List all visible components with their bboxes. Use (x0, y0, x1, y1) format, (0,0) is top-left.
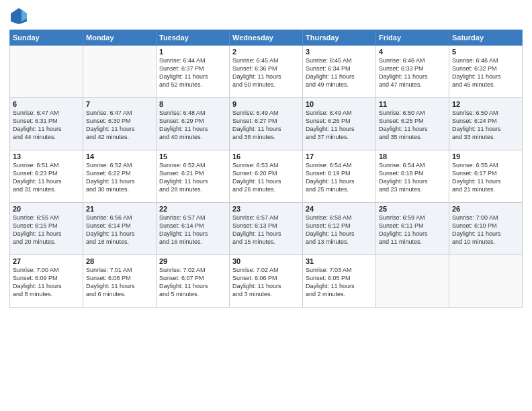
day-number: 25 (379, 205, 446, 213)
day-number: 14 (86, 152, 153, 161)
day-cell: 13Sunrise: 6:51 AMSunset: 6:23 PMDayligh… (10, 150, 83, 203)
day-cell: 6Sunrise: 6:47 AMSunset: 6:31 PMDaylight… (10, 98, 83, 150)
day-info: Sunrise: 6:49 AMSunset: 6:27 PMDaylight:… (232, 109, 300, 142)
day-info: Sunrise: 6:52 AMSunset: 6:22 PMDaylight:… (86, 161, 153, 194)
day-info: Sunrise: 7:02 AMSunset: 6:07 PMDaylight:… (159, 266, 226, 299)
header-cell-sunday: Sunday (10, 30, 83, 46)
day-number: 23 (232, 205, 300, 213)
day-info: Sunrise: 7:00 AMSunset: 6:09 PMDaylight:… (13, 266, 80, 299)
day-info: Sunrise: 6:53 AMSunset: 6:20 PMDaylight:… (232, 161, 300, 194)
day-number: 12 (452, 100, 519, 108)
day-number: 6 (13, 100, 80, 108)
calendar-table: SundayMondayTuesdayWednesdayThursdayFrid… (9, 30, 523, 308)
header-cell-wednesday: Wednesday (230, 30, 303, 46)
day-info: Sunrise: 6:49 AMSunset: 6:26 PMDaylight:… (306, 109, 373, 142)
day-info: Sunrise: 6:45 AMSunset: 6:36 PMDaylight:… (232, 56, 300, 89)
day-cell (449, 255, 523, 308)
day-number: 21 (86, 205, 153, 213)
day-cell: 28Sunrise: 7:01 AMSunset: 6:08 PMDayligh… (83, 255, 157, 308)
day-cell: 4Sunrise: 6:46 AMSunset: 6:33 PMDaylight… (376, 46, 449, 98)
day-info: Sunrise: 6:47 AMSunset: 6:30 PMDaylight:… (86, 109, 153, 142)
day-cell: 27Sunrise: 7:00 AMSunset: 6:09 PMDayligh… (10, 255, 83, 308)
day-cell: 14Sunrise: 6:52 AMSunset: 6:22 PMDayligh… (83, 150, 157, 203)
day-cell: 7Sunrise: 6:47 AMSunset: 6:30 PMDaylight… (83, 98, 157, 150)
day-cell: 11Sunrise: 6:50 AMSunset: 6:25 PMDayligh… (376, 98, 449, 150)
day-cell: 12Sunrise: 6:50 AMSunset: 6:24 PMDayligh… (449, 98, 523, 150)
day-number: 29 (159, 257, 226, 265)
calendar-body: 1Sunrise: 6:44 AMSunset: 6:37 PMDaylight… (10, 46, 523, 308)
header-cell-thursday: Thursday (303, 30, 376, 46)
day-cell: 30Sunrise: 7:02 AMSunset: 6:06 PMDayligh… (230, 255, 303, 308)
calendar-header: SundayMondayTuesdayWednesdayThursdayFrid… (10, 30, 523, 46)
day-number: 18 (379, 152, 446, 161)
day-cell: 19Sunrise: 6:55 AMSunset: 6:17 PMDayligh… (449, 150, 523, 203)
day-cell: 5Sunrise: 6:46 AMSunset: 6:32 PMDaylight… (449, 46, 523, 98)
day-cell: 18Sunrise: 6:54 AMSunset: 6:18 PMDayligh… (376, 150, 449, 203)
day-info: Sunrise: 6:57 AMSunset: 6:14 PMDaylight:… (159, 214, 226, 246)
day-number: 7 (86, 100, 153, 108)
day-cell: 9Sunrise: 6:49 AMSunset: 6:27 PMDaylight… (230, 98, 303, 150)
day-number: 22 (159, 205, 226, 213)
day-info: Sunrise: 6:54 AMSunset: 6:18 PMDaylight:… (379, 161, 446, 194)
day-number: 26 (452, 205, 519, 213)
day-cell: 22Sunrise: 6:57 AMSunset: 6:14 PMDayligh… (157, 203, 230, 255)
day-info: Sunrise: 6:47 AMSunset: 6:31 PMDaylight:… (13, 109, 80, 142)
header-cell-tuesday: Tuesday (157, 30, 230, 46)
day-info: Sunrise: 6:51 AMSunset: 6:23 PMDaylight:… (13, 161, 80, 194)
day-info: Sunrise: 6:50 AMSunset: 6:24 PMDaylight:… (452, 109, 519, 142)
day-cell: 29Sunrise: 7:02 AMSunset: 6:07 PMDayligh… (157, 255, 230, 308)
day-cell (83, 46, 157, 98)
logo-icon (9, 7, 28, 26)
header-row: SundayMondayTuesdayWednesdayThursdayFrid… (10, 30, 523, 46)
day-number: 4 (379, 48, 446, 56)
day-number: 10 (306, 100, 373, 108)
day-number: 5 (452, 48, 519, 56)
day-cell: 24Sunrise: 6:58 AMSunset: 6:12 PMDayligh… (303, 203, 376, 255)
header-cell-monday: Monday (83, 30, 157, 46)
day-number: 17 (306, 152, 373, 161)
day-info: Sunrise: 6:56 AMSunset: 6:14 PMDaylight:… (86, 214, 153, 246)
day-number: 27 (13, 257, 80, 265)
day-info: Sunrise: 7:02 AMSunset: 6:06 PMDaylight:… (232, 266, 300, 299)
day-cell: 23Sunrise: 6:57 AMSunset: 6:13 PMDayligh… (230, 203, 303, 255)
day-cell: 8Sunrise: 6:48 AMSunset: 6:29 PMDaylight… (157, 98, 230, 150)
page: SundayMondayTuesdayWednesdayThursdayFrid… (0, 0, 532, 411)
day-number: 24 (306, 205, 373, 213)
day-cell: 21Sunrise: 6:56 AMSunset: 6:14 PMDayligh… (83, 203, 157, 255)
day-cell: 20Sunrise: 6:55 AMSunset: 6:15 PMDayligh… (10, 203, 83, 255)
day-number: 3 (306, 48, 373, 56)
day-cell (376, 255, 449, 308)
logo (9, 7, 31, 26)
day-info: Sunrise: 6:46 AMSunset: 6:32 PMDaylight:… (452, 56, 519, 89)
day-info: Sunrise: 6:50 AMSunset: 6:25 PMDaylight:… (379, 109, 446, 142)
week-row-4: 20Sunrise: 6:55 AMSunset: 6:15 PMDayligh… (10, 203, 523, 255)
week-row-2: 6Sunrise: 6:47 AMSunset: 6:31 PMDaylight… (10, 98, 523, 150)
header-cell-saturday: Saturday (449, 30, 523, 46)
day-info: Sunrise: 6:52 AMSunset: 6:21 PMDaylight:… (159, 161, 226, 194)
day-info: Sunrise: 6:54 AMSunset: 6:19 PMDaylight:… (306, 161, 373, 194)
day-info: Sunrise: 7:00 AMSunset: 6:10 PMDaylight:… (452, 214, 519, 246)
day-number: 28 (86, 257, 153, 265)
day-info: Sunrise: 6:58 AMSunset: 6:12 PMDaylight:… (306, 214, 373, 246)
day-number: 2 (232, 48, 300, 56)
day-cell: 31Sunrise: 7:03 AMSunset: 6:05 PMDayligh… (303, 255, 376, 308)
day-cell: 15Sunrise: 6:52 AMSunset: 6:21 PMDayligh… (157, 150, 230, 203)
day-info: Sunrise: 6:57 AMSunset: 6:13 PMDaylight:… (232, 214, 300, 246)
day-number: 16 (232, 152, 300, 161)
day-cell: 26Sunrise: 7:00 AMSunset: 6:10 PMDayligh… (449, 203, 523, 255)
day-number: 11 (379, 100, 446, 108)
day-cell: 3Sunrise: 6:45 AMSunset: 6:34 PMDaylight… (303, 46, 376, 98)
day-info: Sunrise: 6:48 AMSunset: 6:29 PMDaylight:… (159, 109, 226, 142)
day-number: 30 (232, 257, 300, 265)
day-number: 1 (159, 48, 226, 56)
header (9, 7, 523, 26)
day-info: Sunrise: 7:03 AMSunset: 6:05 PMDaylight:… (306, 266, 373, 299)
day-info: Sunrise: 6:55 AMSunset: 6:15 PMDaylight:… (13, 214, 80, 246)
day-number: 20 (13, 205, 80, 213)
day-number: 31 (306, 257, 373, 265)
day-info: Sunrise: 6:46 AMSunset: 6:33 PMDaylight:… (379, 56, 446, 89)
day-cell: 10Sunrise: 6:49 AMSunset: 6:26 PMDayligh… (303, 98, 376, 150)
day-cell: 2Sunrise: 6:45 AMSunset: 6:36 PMDaylight… (230, 46, 303, 98)
day-info: Sunrise: 6:44 AMSunset: 6:37 PMDaylight:… (159, 56, 226, 89)
day-cell: 25Sunrise: 6:59 AMSunset: 6:11 PMDayligh… (376, 203, 449, 255)
